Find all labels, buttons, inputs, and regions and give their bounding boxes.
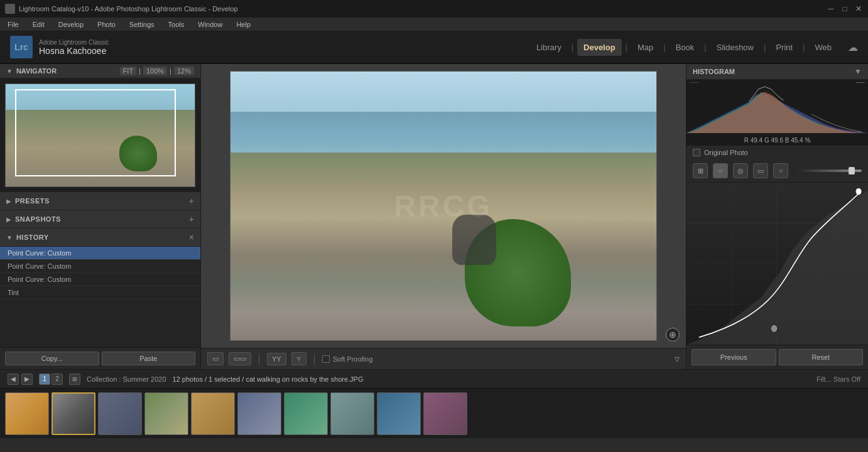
zoom-indicator-icon[interactable]: ⊕ [666, 328, 680, 342]
soft-proofing-toggle[interactable]: Soft Proofing [322, 355, 373, 363]
paste-button[interactable]: Paste [102, 352, 196, 365]
compare-view-btn[interactable]: ▭▭ [229, 352, 251, 365]
adj-slider-thumb[interactable] [849, 167, 855, 175]
navigator-collapse-icon: ▼ [6, 68, 13, 75]
panel-bottom-buttons: Copy... Paste [0, 347, 200, 369]
oval-tool-btn[interactable]: ○ [773, 163, 788, 178]
original-photo-row: Original Photo [686, 146, 868, 159]
original-photo-checkbox[interactable] [693, 149, 700, 156]
cloud-sync-icon[interactable]: ☁ [848, 41, 858, 53]
navigator-overlay-box [15, 89, 176, 176]
menu-bar: File Edit Develop Photo Settings Tools W… [0, 18, 868, 31]
menu-develop[interactable]: Develop [56, 19, 86, 30]
menu-help[interactable]: Help [234, 19, 253, 30]
menu-file[interactable]: File [5, 19, 21, 30]
filmstrip-thumb-3[interactable] [98, 392, 142, 435]
history-item[interactable]: Point Curve: Custom [0, 247, 200, 260]
page-1-btn[interactable]: 1 [39, 374, 50, 385]
history-header[interactable]: ▼ History × [0, 229, 200, 247]
nav-arrows: ◀ ▶ [8, 374, 33, 385]
zoom-fit-btn[interactable]: FIT [120, 67, 137, 75]
prev-arrow-btn[interactable]: ◀ [8, 374, 19, 385]
filmstrip-thumb-4[interactable] [144, 392, 188, 435]
menu-photo[interactable]: Photo [95, 19, 118, 30]
module-picker: Library | Develop | Map | Book | Slidesh… [530, 39, 858, 56]
crop-btn[interactable]: YY [267, 353, 286, 365]
minimize-button[interactable]: ─ [827, 4, 835, 13]
cat-silhouette [452, 215, 496, 265]
navigator-section: ▼ Navigator FIT | 100% | 12% [0, 64, 200, 192]
menu-tools[interactable]: Tools [166, 19, 187, 30]
right-panel: Histogram ▼ ◂ [686, 64, 868, 369]
module-map[interactable]: Map [631, 39, 659, 56]
lrc-badge: Lrc [10, 36, 33, 58]
grid-tool-btn[interactable]: ⊞ [693, 163, 708, 178]
filmstrip-thumb-9[interactable] [377, 392, 421, 435]
menu-edit[interactable]: Edit [30, 19, 47, 30]
histogram-display: ◂ R 49.4 G 49.6 B 45.4 % [686, 80, 868, 146]
circle-tool-btn[interactable]: ○ [713, 163, 728, 178]
main-image-area: RRCG ⊕ [201, 64, 686, 348]
status-bar: ◀ ▶ 1 2 ⊞ Collection : Summer 2020 12 ph… [0, 369, 868, 388]
reset-button[interactable]: Reset [779, 349, 864, 365]
filmstrip-thumb-5[interactable] [191, 392, 235, 435]
module-library[interactable]: Library [530, 39, 568, 56]
navigator-controls: FIT | 100% | 12% [120, 67, 194, 75]
filmstrip-thumb-6[interactable] [237, 392, 281, 435]
adj-slider[interactable] [793, 170, 862, 172]
adjustment-tools-row: ⊞ ○ ◎ ▭ ○ [686, 159, 868, 183]
toolbar-separator [259, 353, 259, 365]
zoom-12-btn[interactable]: 12% [174, 67, 194, 75]
module-book[interactable]: Book [670, 39, 701, 56]
window-controls[interactable]: ─ □ ✕ [827, 4, 863, 13]
copy-button[interactable]: Copy... [5, 352, 99, 365]
grid-view-btn[interactable]: ⊞ [69, 374, 80, 385]
zoom-100-btn[interactable]: 100% [143, 67, 167, 75]
soft-proofing-checkbox[interactable] [322, 355, 330, 363]
filmstrip-thumb-10[interactable] [423, 392, 467, 435]
maximize-button[interactable]: □ [840, 4, 849, 13]
menu-window[interactable]: Window [195, 19, 225, 30]
close-button[interactable]: ✕ [854, 4, 863, 13]
presets-header[interactable]: ▶ Presets + [0, 192, 200, 210]
rect-tool-btn[interactable]: ▭ [753, 163, 768, 178]
snapshots-header[interactable]: ▶ Snapshots + [0, 210, 200, 229]
module-print[interactable]: Print [769, 39, 799, 56]
navigator-image[interactable] [5, 83, 195, 187]
toolbar-separator-2 [314, 353, 315, 365]
tone-curve-section [686, 183, 868, 345]
module-develop[interactable]: Develop [577, 39, 622, 56]
next-arrow-btn[interactable]: ▶ [21, 374, 33, 385]
snapshots-add-icon[interactable]: + [189, 214, 194, 224]
rocks-area [231, 153, 656, 340]
target-tool-btn[interactable]: ◎ [733, 163, 748, 178]
bottom-toolbar: ▭ ▭▭ YY ▿ Soft Proofing ▿ [201, 348, 686, 369]
page-numbers: 1 2 [39, 374, 63, 385]
history-item[interactable]: Point Curve: Custom [0, 273, 200, 286]
histogram-collapse-icon: ▼ [854, 67, 862, 76]
presets-title: Presets [15, 197, 50, 205]
presets-section: ▶ Presets + [0, 192, 200, 210]
single-view-btn[interactable]: ▭ [207, 352, 224, 365]
filmstrip-thumb-8[interactable] [330, 392, 374, 435]
module-slideshow[interactable]: Slideshow [710, 39, 760, 56]
histogram-header[interactable]: Histogram ▼ [686, 64, 868, 80]
presets-add-icon[interactable]: + [189, 196, 194, 206]
module-web[interactable]: Web [809, 39, 838, 56]
previous-button[interactable]: Previous [692, 349, 776, 365]
history-item[interactable]: Tint [0, 286, 200, 299]
app-icon [5, 4, 15, 14]
snapshots-section: ▶ Snapshots + [0, 210, 200, 229]
history-item[interactable]: Point Curve: Custom [0, 260, 200, 273]
filmstrip-thumb-1[interactable] [5, 392, 49, 435]
menu-settings[interactable]: Settings [127, 19, 157, 30]
history-collapse-icon: ▼ [6, 234, 13, 241]
original-photo-label: Original Photo [704, 149, 748, 156]
toolbar-expand-icon[interactable]: ▿ [675, 353, 680, 365]
filmstrip-thumb-2[interactable] [52, 392, 95, 435]
filmstrip-thumb-7[interactable] [284, 392, 328, 435]
page-2-btn[interactable]: 2 [52, 374, 63, 385]
history-close-icon[interactable]: × [189, 232, 194, 242]
navigator-header[interactable]: ▼ Navigator FIT | 100% | 12% [0, 64, 200, 78]
flags-btn[interactable]: ▿ [291, 352, 307, 365]
